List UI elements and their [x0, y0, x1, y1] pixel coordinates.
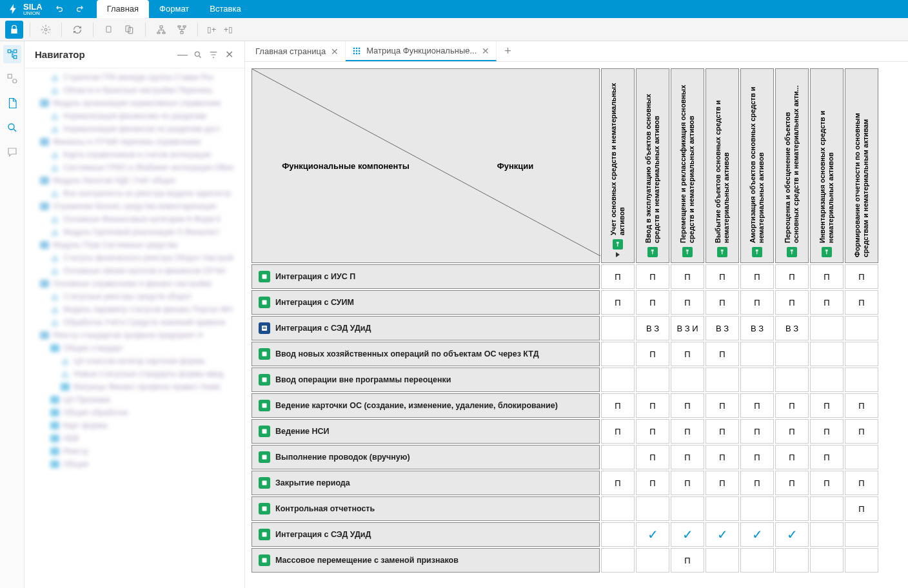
matrix-cell[interactable] — [845, 316, 878, 340]
hierarchy-down-button[interactable] — [152, 21, 170, 39]
matrix-cell[interactable] — [810, 522, 844, 547]
matrix-cell[interactable]: П — [810, 419, 844, 444]
row-header[interactable]: Ввод операции вне программы переоценки — [252, 368, 600, 392]
matrix-cell[interactable]: П — [601, 471, 635, 495]
col-header[interactable]: Выбытие объектов основных средств и нема… — [706, 68, 739, 263]
col-header[interactable]: Формирование отчетности по основным сред… — [845, 68, 878, 263]
row-header[interactable]: Ведение карточки ОС (создание, изменение… — [252, 393, 600, 418]
matrix-cell[interactable]: П — [845, 393, 878, 418]
redo-button[interactable] — [70, 4, 89, 15]
matrix-cell[interactable] — [845, 445, 878, 469]
matrix-cell[interactable]: П — [706, 393, 739, 418]
matrix-cell[interactable]: П — [740, 471, 774, 495]
matrix-cell[interactable]: П — [706, 290, 739, 315]
matrix-cell[interactable]: П — [845, 290, 878, 315]
matrix-cell[interactable]: П — [636, 445, 669, 469]
rail-search-icon[interactable] — [3, 119, 21, 137]
matrix-cell[interactable]: П — [706, 471, 739, 495]
matrix-cell[interactable]: П — [810, 290, 844, 315]
matrix-cell[interactable]: П — [601, 419, 635, 444]
matrix-cell[interactable]: П — [845, 496, 878, 521]
row-header[interactable]: Ведение НСИ — [252, 419, 600, 444]
row-header[interactable]: Контрольная отчетность — [252, 496, 600, 521]
settings-button[interactable] — [37, 21, 55, 39]
col-header[interactable]: Перемещение и реклассификация основных с… — [671, 68, 704, 263]
matrix-cell[interactable]: П — [671, 548, 704, 573]
matrix-cell[interactable] — [810, 316, 844, 340]
matrix-cell[interactable]: П — [810, 264, 844, 289]
insert-row-button[interactable]: +▯ — [221, 21, 235, 39]
rail-chat-icon[interactable] — [3, 143, 21, 161]
undo-button[interactable] — [50, 4, 70, 15]
matrix-cell[interactable]: П — [706, 419, 739, 444]
col-header[interactable]: Инвентаризация основных средств и немате… — [810, 68, 844, 263]
add-tab-button[interactable]: + — [497, 44, 519, 58]
matrix-cell[interactable]: В З — [775, 316, 809, 340]
matrix-cell[interactable]: П — [636, 290, 669, 315]
matrix-cell[interactable]: П — [671, 393, 704, 418]
navigator-filter-icon[interactable] — [206, 47, 221, 63]
matrix-cell[interactable] — [706, 548, 739, 573]
doc-tab-main[interactable]: Главная страница ✕ — [249, 41, 346, 61]
matrix-cell[interactable]: ✓ — [775, 522, 809, 547]
matrix-cell[interactable]: П — [845, 419, 878, 444]
matrix-cell[interactable] — [601, 445, 635, 469]
matrix-cell[interactable]: П — [740, 445, 774, 469]
matrix-cell[interactable] — [845, 522, 878, 547]
matrix-cell[interactable] — [706, 496, 739, 521]
matrix-cell[interactable]: В З — [636, 316, 669, 340]
navigator-tree[interactable]: Стратегия ГРК менедж группа Ставки Рос О… — [25, 68, 244, 588]
matrix-cell[interactable]: ✓ — [671, 522, 704, 547]
matrix-cell[interactable] — [601, 316, 635, 340]
matrix-cell[interactable]: П — [810, 471, 844, 495]
matrix-cell[interactable] — [601, 496, 635, 521]
matrix-cell[interactable]: П — [810, 445, 844, 469]
refresh-button[interactable] — [68, 21, 86, 39]
copy-button[interactable] — [100, 21, 118, 39]
matrix-cell[interactable] — [845, 368, 878, 392]
tab-main[interactable]: Главная — [97, 0, 149, 18]
matrix-cell[interactable] — [775, 368, 809, 392]
insert-col-button[interactable]: ▯+ — [204, 21, 219, 39]
rail-shapes-icon[interactable] — [3, 70, 21, 88]
matrix-cell[interactable]: П — [706, 342, 739, 366]
matrix-cell[interactable]: П — [671, 419, 704, 444]
matrix-cell[interactable] — [740, 496, 774, 521]
col-header[interactable]: Амортизация объектов основных средств и … — [740, 68, 774, 263]
matrix-cell[interactable] — [845, 342, 878, 366]
hierarchy-up-button[interactable] — [173, 21, 191, 39]
matrix-cell[interactable]: П — [671, 445, 704, 469]
matrix-cell[interactable]: П — [671, 290, 704, 315]
row-header[interactable]: Выполнение проводок (вручную) — [252, 445, 600, 469]
matrix-cell[interactable] — [601, 342, 635, 366]
col-header[interactable]: Переоценка и обесценение объектов основн… — [775, 68, 809, 263]
matrix-cell[interactable] — [706, 368, 739, 392]
matrix-cell[interactable]: П — [775, 393, 809, 418]
matrix-cell[interactable] — [810, 342, 844, 366]
matrix-cell[interactable]: П — [740, 264, 774, 289]
matrix-cell[interactable] — [810, 368, 844, 392]
matrix-cell[interactable]: В З — [740, 316, 774, 340]
matrix-cell[interactable] — [601, 522, 635, 547]
matrix-cell[interactable] — [740, 368, 774, 392]
matrix-cell[interactable] — [636, 368, 669, 392]
matrix-cell[interactable]: П — [671, 471, 704, 495]
matrix-cell[interactable]: ✓ — [706, 522, 739, 547]
matrix-cell[interactable] — [775, 548, 809, 573]
duplicate-button[interactable] — [121, 21, 139, 39]
matrix-cell[interactable] — [601, 368, 635, 392]
close-icon[interactable]: ✕ — [482, 46, 489, 56]
matrix-cell[interactable] — [740, 548, 774, 573]
matrix-cell[interactable] — [775, 342, 809, 366]
matrix-cell[interactable]: П — [636, 264, 669, 289]
matrix-cell[interactable] — [775, 496, 809, 521]
matrix-cell[interactable]: П — [845, 264, 878, 289]
navigator-search-icon[interactable] — [190, 47, 206, 63]
matrix-cell[interactable]: П — [706, 445, 739, 469]
matrix-cell[interactable]: П — [740, 419, 774, 444]
col-header[interactable]: Учет основных средств и нематериальных а… — [601, 68, 635, 263]
expand-icon[interactable] — [616, 252, 620, 257]
rail-tree-icon[interactable] — [3, 45, 21, 63]
matrix-cell[interactable]: В З — [706, 316, 739, 340]
matrix-cell[interactable] — [740, 342, 774, 366]
